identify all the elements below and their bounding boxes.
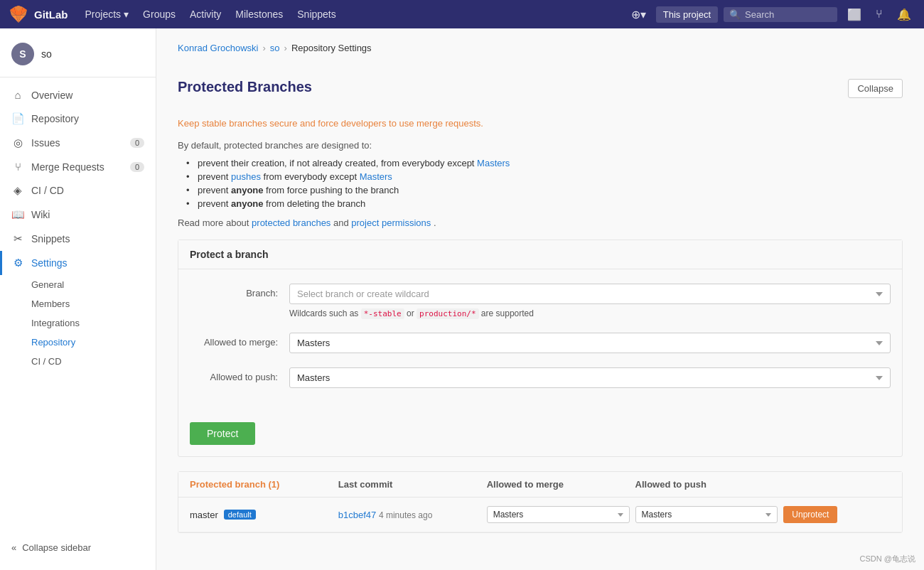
sidebar-item-merge-requests[interactable]: ⑂ Merge Requests 0 xyxy=(0,155,156,178)
sidebar-item-label: Issues xyxy=(31,137,60,149)
sidebar-item-label: Repository xyxy=(31,113,79,124)
sidebar-item-snippets[interactable]: ✂ Snippets xyxy=(0,227,156,251)
wildcard-code1: *-stable xyxy=(361,308,404,319)
push-label: Allowed to push: xyxy=(190,367,289,382)
row-merge-select[interactable]: Masters xyxy=(487,506,630,523)
repository-icon: 📄 xyxy=(11,112,24,125)
merge-cell: Masters xyxy=(487,506,630,523)
sidebar-sub-cicd[interactable]: CI / CD xyxy=(0,352,156,371)
col-branch-header: Protected branch (1) xyxy=(190,479,333,490)
branch-label: Branch: xyxy=(190,284,289,299)
wildcard-code2: production/* xyxy=(417,308,478,319)
search-icon: 🔍 xyxy=(729,9,741,20)
sidebar-item-repository[interactable]: 📄 Repository xyxy=(0,107,156,131)
wiki-icon: 📖 xyxy=(11,208,24,221)
protect-form: Branch: Select branch or create wildcard… xyxy=(178,269,902,416)
nav-groups[interactable]: Groups xyxy=(137,6,181,23)
page-title: Protected Branches xyxy=(178,79,312,95)
sidebar-item-issues[interactable]: ◎ Issues 0 xyxy=(0,131,156,155)
nav-merge-icon[interactable]: ⑂ xyxy=(871,5,887,23)
breadcrumb-sep-2: › xyxy=(284,43,287,53)
snippets-icon: ✂ xyxy=(11,232,24,245)
protect-section-header: Protect a branch xyxy=(178,240,902,269)
sidebar-item-wiki[interactable]: 📖 Wiki xyxy=(0,203,156,227)
top-nav: GitLab Projects ▾ Groups Activity Milest… xyxy=(0,0,924,28)
sidebar-item-label: Snippets xyxy=(31,233,70,244)
push-row: Allowed to push: Masters xyxy=(190,367,891,388)
commit-hash-link[interactable]: b1cbef47 xyxy=(338,510,377,520)
protected-branches-table: Protected branch (1) Last commit Allowed… xyxy=(178,471,903,533)
settings-submenu: General Members Integrations Repository … xyxy=(0,275,156,371)
protected-branches-link[interactable]: protected branches xyxy=(252,217,331,228)
list-item: prevent anyone from deleting the branch xyxy=(186,198,903,209)
row-push-select[interactable]: Masters xyxy=(635,506,778,523)
read-more-text: Read more about protected branches and p… xyxy=(178,217,903,228)
sidebar-nav: ⌂ Overview 📄 Repository ◎ Issues 0 ⑂ Mer… xyxy=(0,77,156,377)
breadcrumb: Konrad Grochowski › so › Repository Sett… xyxy=(178,43,903,53)
sidebar-item-label: Overview xyxy=(31,90,72,101)
cicd-icon: ◈ xyxy=(11,184,24,197)
overview-icon: ⌂ xyxy=(11,89,24,101)
nav-bell-icon[interactable]: 🔔 xyxy=(893,5,915,24)
nav-add-button[interactable]: ⊕ ▾ xyxy=(627,5,650,24)
merge-select[interactable]: Masters xyxy=(289,333,891,353)
table-header: Protected branch (1) Last commit Allowed… xyxy=(178,472,902,498)
sidebar-item-label: Merge Requests xyxy=(31,161,104,173)
sidebar-sub-integrations[interactable]: Integrations xyxy=(0,313,156,333)
commit-cell: b1cbef47 4 minutes ago xyxy=(338,510,481,520)
protect-button[interactable]: Protect xyxy=(190,422,255,445)
nav-snippets[interactable]: Snippets xyxy=(291,6,341,23)
sidebar-sub-general[interactable]: General xyxy=(0,275,156,294)
breadcrumb-link-user[interactable]: Konrad Grochowski xyxy=(178,43,258,53)
nav-activity[interactable]: Activity xyxy=(184,6,227,23)
push-select[interactable]: Masters xyxy=(289,367,891,388)
col-merge-header: Allowed to merge xyxy=(487,479,630,490)
sidebar-sub-repository[interactable]: Repository xyxy=(0,333,156,352)
sidebar-sub-members[interactable]: Members xyxy=(0,294,156,313)
branch-select[interactable]: Select branch or create wildcard xyxy=(289,284,891,304)
nav-logo[interactable]: GitLab xyxy=(9,4,68,24)
sidebar: S so ⌂ Overview 📄 Repository ◎ Issues 0 … xyxy=(0,28,156,570)
nav-milestones[interactable]: Milestones xyxy=(230,6,289,23)
collapse-button[interactable]: Collapse xyxy=(848,79,903,98)
sidebar-item-label: Wiki xyxy=(31,209,50,220)
username: so xyxy=(41,48,52,60)
collapse-sidebar-button[interactable]: « Collapse sidebar xyxy=(0,537,156,559)
col-push-header: Allowed to push xyxy=(635,479,778,490)
sidebar-item-cicd[interactable]: ◈ CI / CD xyxy=(0,178,156,203)
push-cell: Masters xyxy=(635,506,778,523)
nav-monitor-icon[interactable]: ⬜ xyxy=(843,5,866,24)
nav-links: Projects ▾ Groups Activity Milestones Sn… xyxy=(80,6,342,23)
branch-cell: master default xyxy=(190,510,333,520)
sidebar-item-label: CI / CD xyxy=(31,185,64,196)
table-row: master default b1cbef47 4 minutes ago Ma… xyxy=(178,498,902,532)
list-item: prevent anyone from force pushing to the… xyxy=(186,185,903,195)
merge-badge: 0 xyxy=(130,162,144,172)
merge-control: Masters xyxy=(289,333,891,353)
info-text: By default, protected branches are desig… xyxy=(178,140,903,151)
nav-projects[interactable]: Projects ▾ xyxy=(80,6,135,23)
search-box: 🔍 xyxy=(724,7,837,22)
unprotect-button[interactable]: Unprotect xyxy=(783,506,837,523)
this-project-button[interactable]: This project xyxy=(656,6,718,23)
list-item: prevent pushes from everybody except Mas… xyxy=(186,171,903,182)
branch-control: Select branch or create wildcard Wildcar… xyxy=(289,284,891,318)
breadcrumb-sep-1: › xyxy=(262,43,265,53)
col-action-header xyxy=(783,479,891,490)
breadcrumb-current: Repository Settings xyxy=(291,43,372,53)
issues-badge: 0 xyxy=(130,138,144,148)
project-permissions-link[interactable]: project permissions xyxy=(351,217,431,228)
list-item: prevent their creation, if not already c… xyxy=(186,158,903,168)
merge-icon: ⑂ xyxy=(11,161,24,173)
nav-logo-text: GitLab xyxy=(34,9,68,21)
branch-row: Branch: Select branch or create wildcard… xyxy=(190,284,891,318)
breadcrumb-link-project[interactable]: so xyxy=(270,43,280,53)
sidebar-item-settings[interactable]: ⚙ Settings xyxy=(0,251,156,275)
push-control: Masters xyxy=(289,367,891,388)
search-input[interactable] xyxy=(745,9,830,20)
collapse-arrows-icon: « xyxy=(11,542,16,553)
merge-row: Allowed to merge: Masters xyxy=(190,333,891,353)
sidebar-item-overview[interactable]: ⌂ Overview xyxy=(0,83,156,107)
page-header: Protected Branches Collapse xyxy=(178,68,903,107)
settings-icon: ⚙ xyxy=(11,257,24,269)
